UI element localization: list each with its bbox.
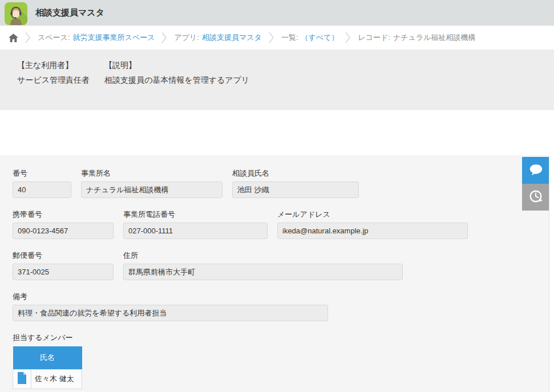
app-icon[interactable] (5, 2, 27, 25)
breadcrumb-record-label: ナチュラル福祉相談機構 (393, 33, 476, 43)
breadcrumb-view: 一覧: （すべて） (281, 33, 339, 43)
breadcrumb-view-link[interactable]: （すべて） (301, 33, 339, 43)
description-about-text: 相談支援員の基本情報を管理するアプリ (104, 72, 249, 87)
field-row-2: 携帯番号 090-0123-4567 事業所電話番号 027-000-1111 … (13, 210, 549, 239)
field-office-phone-label: 事業所電話番号 (123, 210, 268, 219)
field-address: 住所 群馬県前橋市大手町 (123, 251, 403, 280)
chevron-right-icon (161, 31, 167, 45)
field-number-label: 番号 (13, 169, 71, 178)
description-users-heading: 【主な利用者】 (17, 58, 104, 72)
breadcrumb-record-prefix: レコード: (358, 33, 390, 43)
members-table-header-name: 氏名 (13, 346, 82, 369)
chevron-right-icon (25, 31, 31, 45)
field-number: 番号 40 (13, 169, 71, 198)
field-mobile-number-label: 携帯番号 (13, 210, 114, 219)
app-description: 【主な利用者】 サービス管理責任者 【説明】 相談支援員の基本情報を管理するアプ… (0, 50, 554, 110)
breadcrumb-app: アプリ: 相談支援員マスタ (174, 33, 261, 43)
breadcrumb-view-prefix: 一覧: (281, 33, 298, 43)
chevron-right-icon (269, 31, 274, 45)
app-header: 相談支援員マスタ (0, 0, 554, 26)
field-office-name: 事業所名 ナチュラル福祉相談機構 (81, 169, 223, 198)
field-address-value: 群馬県前橋市大手町 (123, 264, 403, 280)
toolbar-spacer (0, 110, 554, 155)
field-postal-code: 郵便番号 371-0025 (13, 251, 114, 280)
field-office-phone: 事業所電話番号 027-000-1111 (123, 210, 268, 239)
breadcrumb-space: スペース: 就労支援事業所スペース (38, 33, 155, 43)
document-icon[interactable] (13, 369, 31, 389)
home-icon[interactable] (9, 34, 18, 42)
field-row-4: 備考 料理・食品関連の就労を希望する利用者担当 (13, 292, 549, 321)
members-table: 氏名 佐々木 健太 (13, 346, 82, 389)
app-title[interactable]: 相談支援員マスタ (35, 7, 104, 18)
field-mobile-number: 携帯番号 090-0123-4567 (13, 210, 114, 239)
history-clock-icon (527, 188, 544, 207)
field-office-name-value: ナチュラル福祉相談機構 (81, 181, 223, 198)
field-office-name-label: 事業所名 (81, 169, 223, 178)
record-detail: 番号 40 事業所名 ナチュラル福祉相談機構 相談員氏名 池田 沙織 携帯番号 … (0, 155, 549, 392)
field-mobile-number-value: 090-0123-4567 (13, 223, 114, 239)
description-users-text: サービス管理責任者 (17, 72, 104, 87)
breadcrumb-space-prefix: スペース: (38, 33, 70, 43)
field-notes: 備考 料理・食品関連の就労を希望する利用者担当 (13, 292, 328, 321)
record-side-buttons (522, 157, 549, 211)
history-button[interactable] (522, 184, 549, 211)
table-row: 佐々木 健太 (13, 369, 82, 389)
field-counselor-name-value: 池田 沙織 (232, 181, 359, 198)
description-about-heading: 【説明】 (104, 58, 249, 72)
field-counselor-name: 相談員氏名 池田 沙織 (232, 169, 359, 198)
breadcrumb-app-link[interactable]: 相談支援員マスタ (202, 33, 262, 43)
field-postal-code-value: 371-0025 (13, 264, 114, 280)
field-notes-value: 料理・食品関連の就労を希望する利用者担当 (13, 305, 328, 321)
field-email-label: メールアドレス (277, 210, 468, 219)
field-postal-code-label: 郵便番号 (13, 251, 114, 260)
comment-button[interactable] (522, 157, 549, 184)
chevron-right-icon (345, 31, 351, 45)
field-counselor-name-label: 相談員氏名 (232, 169, 359, 178)
breadcrumb-space-link[interactable]: 就労支援事業所スペース (73, 33, 155, 43)
field-address-label: 住所 (123, 251, 403, 260)
description-users-column: 【主な利用者】 サービス管理責任者 (17, 58, 104, 110)
field-notes-label: 備考 (13, 292, 328, 301)
description-about-column: 【説明】 相談支援員の基本情報を管理するアプリ (104, 58, 249, 110)
members-table-header-row: 氏名 (13, 346, 82, 369)
subtable-members: 担当するメンバー 氏名 佐々木 健太 (13, 333, 549, 389)
breadcrumb-record: レコード: ナチュラル福祉相談機構 (358, 33, 475, 43)
breadcrumb: スペース: 就労支援事業所スペース アプリ: 相談支援員マスタ 一覧: （すべて… (0, 26, 554, 50)
breadcrumb-app-prefix: アプリ: (174, 33, 199, 43)
field-row-1: 番号 40 事業所名 ナチュラル福祉相談機構 相談員氏名 池田 沙織 (13, 169, 549, 198)
field-email-value: ikeda@natural.example.jp (277, 223, 468, 239)
field-row-3: 郵便番号 371-0025 住所 群馬県前橋市大手町 (13, 251, 549, 280)
field-office-phone-value: 027-000-1111 (123, 223, 268, 239)
comment-bubble-icon (528, 161, 544, 179)
field-number-value: 40 (13, 181, 71, 198)
subtable-members-label: 担当するメンバー (13, 333, 549, 342)
member-name: 佐々木 健太 (31, 369, 82, 389)
field-email: メールアドレス ikeda@natural.example.jp (277, 210, 468, 239)
